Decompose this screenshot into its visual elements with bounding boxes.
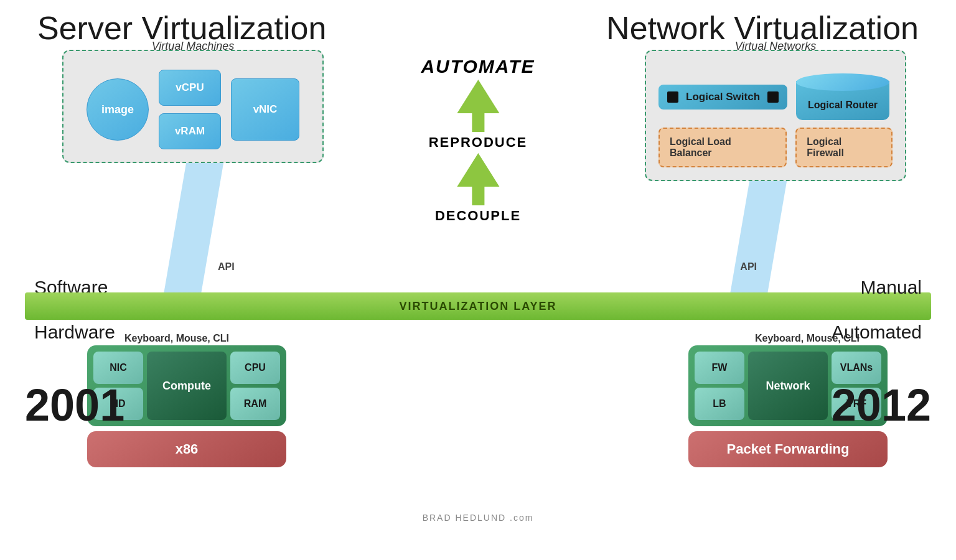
logical-fw-label: Logical Firewall — [807, 136, 881, 159]
vm-box-label: Virtual Machines — [152, 40, 235, 53]
hw-compute: Compute — [147, 352, 227, 420]
logical-switch-box: Logical Switch — [658, 85, 787, 110]
kbd-label-left: Keyboard, Mouse, CLI — [124, 333, 229, 344]
hw-ram: RAM — [230, 388, 280, 420]
manual-label: Manual — [861, 277, 922, 298]
api-label-left: API — [218, 261, 235, 273]
switch-port-right — [767, 91, 779, 103]
net-lb: LB — [695, 388, 744, 420]
vm-vram: vRAM — [159, 113, 221, 149]
virt-layer: VIRTUALIZATION LAYER — [25, 292, 931, 320]
middle-arrows: AUTOMATE REPRODUCE DECOUPLE — [421, 56, 535, 224]
net-base: Packet Forwarding — [688, 431, 888, 467]
netvirt-dashed-box: Virtual Networks Logical Switch — [645, 50, 906, 181]
hardware-label: Hardware — [34, 322, 115, 343]
net-network: Network — [748, 352, 828, 420]
net-fw: FW — [695, 352, 744, 384]
automate-label: AUTOMATE — [421, 56, 535, 77]
vm-image: image — [87, 78, 149, 141]
logical-lb-box: Logical Load Balancer — [658, 128, 787, 167]
logical-router-container: Logical Router — [796, 73, 889, 120]
logical-lb-label: Logical Load Balancer — [670, 136, 776, 159]
footer-label: BRAD HEDLUND .com — [423, 513, 534, 523]
kbd-label-right: Keyboard, Mouse, CLI — [755, 333, 860, 344]
logical-router-label: Logical Router — [808, 100, 878, 111]
hw-cpu: CPU — [230, 352, 280, 384]
year-2001: 2001 — [25, 380, 124, 431]
vm-dashed-box: Virtual Machines image vCPU vRAM — [62, 50, 324, 163]
logical-fw-box: Logical Firewall — [795, 128, 893, 167]
logical-switch-label: Logical Switch — [686, 91, 760, 103]
api-label-right: API — [740, 261, 757, 273]
decouple-label: DECOUPLE — [435, 208, 521, 224]
net-box-label: Virtual Networks — [735, 40, 817, 53]
vm-vnic: vNIC — [231, 78, 299, 141]
reproduce-label: REPRODUCE — [429, 134, 528, 151]
vm-vcpu: vCPU — [159, 70, 221, 106]
switch-port-left — [667, 91, 678, 103]
hw-x86: x86 — [87, 431, 286, 467]
year-2012: 2012 — [832, 380, 931, 431]
